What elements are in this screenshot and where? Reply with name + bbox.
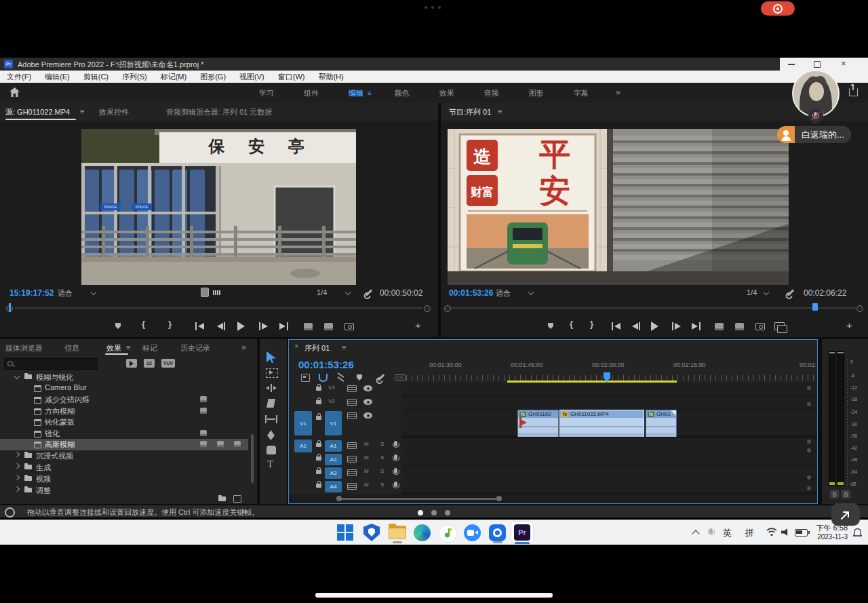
timeline-current-timecode[interactable]: 00:01:53:26 xyxy=(298,359,354,370)
volume-icon[interactable] xyxy=(781,528,790,536)
ime-english-badge[interactable]: 英 xyxy=(723,527,732,539)
effect-item[interactable]: 减少交错闪烁 xyxy=(45,395,90,405)
play-button[interactable] xyxy=(651,322,658,331)
fx-badge-intrinsic[interactable]: fx xyxy=(561,412,568,417)
tab-markers[interactable]: 标记 xyxy=(142,343,157,353)
accelerated-effects-filter[interactable] xyxy=(126,359,137,368)
pagination-dots[interactable] xyxy=(418,510,450,516)
fit-caret-icon[interactable] xyxy=(91,290,96,295)
fx-badge[interactable]: fx xyxy=(519,412,526,417)
tab-learning[interactable]: 学习 xyxy=(244,88,289,98)
lock-icon[interactable] xyxy=(316,470,321,474)
tab-effects[interactable]: 效果 xyxy=(106,343,121,353)
add-marker-icon[interactable] xyxy=(357,374,362,381)
source-settings-wrench-icon[interactable] xyxy=(366,289,373,296)
clip-2-selected[interactable]: fx GH011022.MP4 xyxy=(559,410,644,437)
chevron-right-icon[interactable] xyxy=(14,486,20,492)
safe-margins-icon[interactable] xyxy=(201,288,209,297)
effects-search-input[interactable] xyxy=(4,358,98,370)
clip-3[interactable]: fx GH01 xyxy=(646,410,677,437)
lock-icon[interactable] xyxy=(316,456,321,461)
insert-button[interactable] xyxy=(304,323,313,330)
program-video-preview[interactable]: 造 财富 平 安 xyxy=(448,129,789,285)
menu-graphics[interactable]: 图形(G) xyxy=(193,72,233,82)
tab-assembly[interactable]: 组件 xyxy=(289,88,334,98)
scrubber-left-handle[interactable] xyxy=(444,305,451,312)
sync-lock-icon[interactable] xyxy=(347,483,357,490)
source-playhead[interactable] xyxy=(9,303,11,312)
sync-lock-icon[interactable] xyxy=(347,442,357,449)
button-editor[interactable]: + xyxy=(846,319,852,331)
timeline-ruler[interactable]: 00:01:30:00 00:01:45:00 00:02:00:00 00:0… xyxy=(401,357,817,383)
fx-badge[interactable]: fx xyxy=(648,412,654,417)
scroll-handle-dot[interactable] xyxy=(807,475,811,480)
snap-magnet-icon[interactable] xyxy=(319,374,328,382)
sync-lock-icon[interactable] xyxy=(347,399,357,406)
menu-file[interactable]: 文件(F) xyxy=(0,72,38,82)
go-to-out-button[interactable] xyxy=(692,322,701,330)
track-lanes[interactable] xyxy=(401,383,817,494)
overwrite-button[interactable] xyxy=(324,323,333,330)
mark-out-button[interactable]: } xyxy=(168,319,172,329)
zoom-app-icon[interactable] xyxy=(464,524,481,541)
premiere-taskbar-tile[interactable]: Pr xyxy=(511,522,533,543)
effects-folder[interactable]: 生成 xyxy=(36,463,51,473)
panel-overflow[interactable]: » xyxy=(241,343,246,352)
new-item-button[interactable] xyxy=(233,495,241,503)
edge-icon[interactable] xyxy=(414,524,431,541)
annotation-tool-button[interactable] xyxy=(831,503,860,526)
menu-markers[interactable]: 标记(M) xyxy=(154,72,194,82)
mute-button[interactable]: M xyxy=(364,454,369,461)
battery-icon[interactable] xyxy=(795,529,808,537)
export-settings-icon[interactable] xyxy=(213,290,220,295)
effects-root-folder[interactable]: 模糊与锐化 xyxy=(36,372,73,383)
source-zoom-level[interactable]: 1/4 xyxy=(317,288,327,296)
menu-sequence[interactable]: 序列(S) xyxy=(115,72,154,82)
menu-edit[interactable]: 编辑(E) xyxy=(38,72,77,82)
tab-metadata[interactable]: 元数据 xyxy=(250,107,272,117)
mic-icon[interactable] xyxy=(394,454,397,460)
export-frame-button[interactable] xyxy=(344,323,354,330)
timeline-panel-menu-icon[interactable]: ≡ xyxy=(342,343,346,351)
eye-icon[interactable] xyxy=(363,399,372,405)
tab-audio[interactable]: 音频 xyxy=(469,88,514,98)
button-editor[interactable]: + xyxy=(415,319,421,331)
home-indicator-bar[interactable] xyxy=(315,593,553,598)
pen-tool[interactable] xyxy=(267,430,275,440)
participant-name-tag[interactable]: 白返瑞的... xyxy=(777,126,851,143)
page-dot[interactable] xyxy=(431,510,437,516)
track-target-a3[interactable]: A3 xyxy=(325,467,342,479)
mute-button[interactable]: M xyxy=(364,468,369,474)
program-zoom-level[interactable]: 1/4 xyxy=(747,288,757,296)
go-to-in-button[interactable] xyxy=(612,322,621,330)
32bit-filter[interactable]: 32 xyxy=(144,359,155,368)
effect-item[interactable]: Camera Blur xyxy=(45,383,87,391)
add-marker-button[interactable] xyxy=(115,323,121,329)
lock-icon[interactable] xyxy=(316,484,321,488)
tray-chevron-icon[interactable] xyxy=(692,530,699,537)
maximize-button[interactable] xyxy=(814,61,821,68)
tab-color[interactable]: 颜色 xyxy=(380,88,425,98)
tab-editing[interactable]: 编辑 xyxy=(334,88,368,98)
wifi-icon[interactable] xyxy=(766,528,777,537)
solo-button[interactable]: S xyxy=(380,468,384,474)
new-bin-button[interactable] xyxy=(218,497,226,501)
explorer-icon[interactable] xyxy=(389,526,406,539)
scrubber-right-handle[interactable] xyxy=(424,305,431,312)
effect-item[interactable]: 锐化 xyxy=(45,429,60,439)
minimize-button[interactable] xyxy=(788,64,795,65)
linked-selection-icon[interactable] xyxy=(336,374,345,381)
eye-icon[interactable] xyxy=(363,412,372,419)
nest-toggle-icon[interactable] xyxy=(301,374,310,382)
step-back-button[interactable] xyxy=(217,322,226,330)
menu-clip[interactable]: 剪辑(C) xyxy=(77,72,115,82)
windows-start-button[interactable] xyxy=(337,524,353,541)
yuv-filter[interactable]: YUV xyxy=(161,359,175,368)
slip-tool[interactable] xyxy=(265,415,277,423)
track-name-v3[interactable]: V3 xyxy=(328,385,335,391)
menu-view[interactable]: 视图(V) xyxy=(233,72,271,82)
tab-effects[interactable]: 效果 xyxy=(425,88,469,98)
lock-icon[interactable] xyxy=(316,400,321,404)
mic-icon[interactable] xyxy=(394,468,397,473)
step-forward-button[interactable] xyxy=(259,322,268,330)
